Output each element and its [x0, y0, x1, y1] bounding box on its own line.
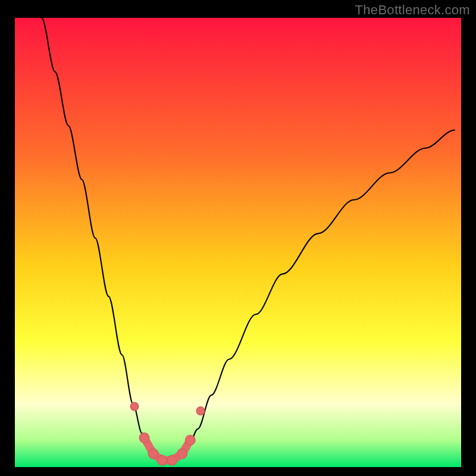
highlight-dot — [157, 455, 167, 465]
highlight-dot — [167, 455, 177, 465]
chart-frame: TheBottleneck.com — [0, 0, 476, 476]
highlight-dot — [139, 433, 149, 443]
highlight-dot — [196, 407, 205, 415]
watermark-text: TheBottleneck.com — [355, 2, 470, 18]
bottleneck-chart — [15, 18, 461, 467]
highlight-dot — [177, 449, 187, 459]
highlight-dot — [186, 435, 196, 445]
highlight-dot — [148, 449, 158, 459]
chart-background — [15, 18, 461, 467]
highlight-dot — [130, 402, 139, 411]
